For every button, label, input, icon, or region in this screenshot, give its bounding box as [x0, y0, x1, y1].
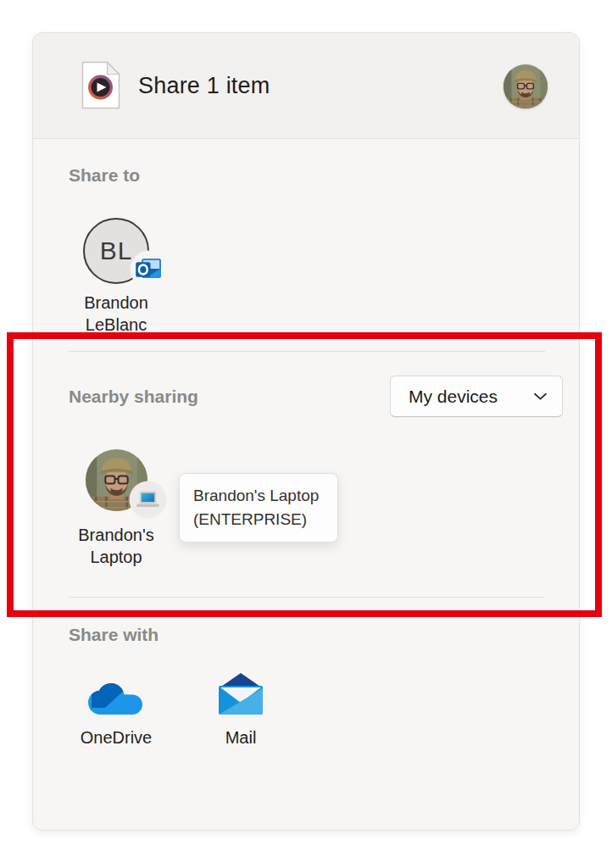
mail-icon: [214, 667, 267, 720]
laptop-icon: [129, 481, 167, 519]
share-dialog: Share 1 item Share to BL Brandon Le: [32, 32, 580, 831]
device-tooltip: Brandon's Laptop (ENTERPRISE): [179, 473, 338, 542]
device-tooltip-text: Brandon's Laptop (ENTERPRISE): [193, 487, 319, 528]
device-filter-value: My devices: [409, 387, 534, 407]
contact-initials: BL: [100, 236, 133, 265]
section-divider: [69, 351, 545, 352]
media-file-icon: [81, 61, 120, 109]
chevron-down-icon: [534, 392, 547, 401]
share-dialog-page: Share 1 item Share to BL Brandon Le: [0, 0, 612, 868]
device-name: Brandon's Laptop: [64, 524, 169, 568]
share-to-label: Share to: [69, 165, 140, 186]
dialog-title: Share 1 item: [138, 73, 270, 99]
contact-name: Brandon LeBlanc: [64, 292, 169, 336]
outlook-icon: [130, 250, 168, 288]
dialog-header: Share 1 item: [33, 33, 579, 139]
nearby-sharing-label: Nearby sharing: [69, 387, 198, 407]
share-with-label: Share with: [69, 625, 159, 645]
app-label: OneDrive: [64, 728, 169, 748]
onedrive-icon: [88, 677, 146, 716]
app-label: Mail: [188, 728, 293, 748]
device-filter-dropdown[interactable]: My devices: [390, 376, 563, 417]
account-avatar: [504, 64, 548, 108]
section-divider: [69, 597, 545, 598]
